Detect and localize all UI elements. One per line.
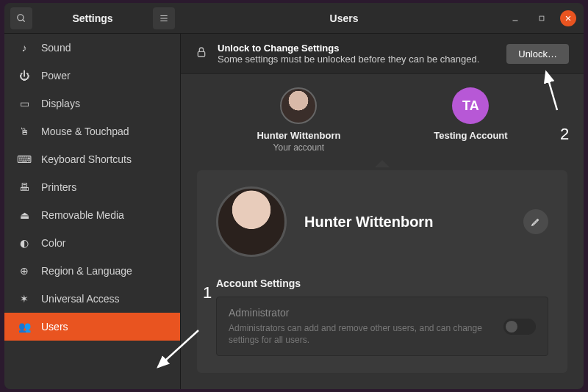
color-icon: ◐ [18,237,31,249]
sidebar-item-removable[interactable]: ⏏ Removable Media [4,201,180,229]
search-button[interactable] [10,7,32,29]
mouse-icon: 🖱 [18,126,31,137]
eject-icon: ⏏ [18,209,31,221]
sidebar-item-label: Color [41,237,65,249]
accounts-row: Hunter Wittenborn Your account TA Testin… [181,74,584,153]
globe-icon: ⊕ [18,265,31,277]
hamburger-menu-button[interactable] [153,7,175,29]
avatar [280,87,317,124]
avatar-initials: TA [452,87,489,124]
account-item-current[interactable]: Hunter Wittenborn Your account [257,87,340,153]
unlock-button[interactable]: Unlock… [506,44,569,64]
close-button[interactable] [560,10,576,26]
sidebar-item-color[interactable]: ◐ Color [4,229,180,257]
minimize-button[interactable] [507,10,523,26]
app-title: Settings [32,12,153,24]
titlebar: Settings Users [4,3,584,34]
sidebar-item-displays[interactable]: ▭ Displays [4,90,180,117]
settings-window: Settings Users ♪ Sound ⏻ [4,3,584,389]
sidebar-item-label: Mouse & Touchpad [41,126,129,137]
unlock-title: Unlock to Change Settings [218,43,496,54]
admin-description: Administrators can add and remove other … [229,322,493,347]
svg-rect-9 [198,51,204,57]
unlock-bar: Unlock to Change Settings Some settings … [181,34,584,74]
users-icon: 👥 [18,321,31,333]
selection-notch [181,157,584,170]
section-title: Account Settings [216,277,548,289]
profile-avatar[interactable] [216,186,287,257]
sidebar-item-label: Removable Media [41,209,124,221]
administrator-toggle[interactable] [503,319,536,335]
sidebar-item-label: Sound [41,42,71,54]
account-item-other[interactable]: TA Testing Account [434,87,507,153]
sidebar-item-label: Keyboard Shortcuts [41,153,132,165]
sidebar-item-power[interactable]: ⏻ Power [4,62,180,90]
svg-rect-6 [539,16,544,21]
display-icon: ▭ [18,98,31,109]
lock-icon [196,46,207,61]
accessibility-icon: ✶ [18,293,31,305]
printer-icon: 🖶 [18,181,31,193]
profile-name: Hunter Wittenborn [304,214,506,231]
sidebar-item-sound[interactable]: ♪ Sound [4,34,180,62]
keyboard-icon: ⌨ [18,153,31,165]
sidebar-item-label: Universal Access [41,293,120,305]
main-panel: Unlock to Change Settings Some settings … [181,34,584,389]
account-sub: Your account [273,142,325,153]
edit-name-button[interactable] [523,209,548,234]
account-name: Hunter Wittenborn [257,130,340,141]
sidebar-item-label: Displays [41,98,80,109]
sidebar-item-mouse[interactable]: 🖱 Mouse & Touchpad [4,117,180,145]
sidebar-item-keyboard[interactable]: ⌨ Keyboard Shortcuts [4,145,180,173]
sidebar-item-region[interactable]: ⊕ Region & Language [4,257,180,285]
unlock-subtitle: Some settings must be unlocked before th… [218,54,496,65]
sidebar-item-label: Power [41,70,71,81]
music-note-icon: ♪ [18,42,31,54]
administrator-row: Administrator Administrators can add and… [216,297,548,356]
sidebar-item-label: Users [41,321,68,333]
svg-point-0 [18,14,24,20]
account-name: Testing Account [434,130,507,141]
maximize-button[interactable] [534,10,550,26]
sidebar-item-label: Region & Language [41,265,132,277]
content-area: ♪ Sound ⏻ Power ▭ Displays 🖱 Mouse & Tou… [4,34,584,389]
sidebar-item-label: Printers [41,181,76,193]
sidebar-item-universal[interactable]: ✶ Universal Access [4,285,180,313]
admin-title: Administrator [229,306,493,321]
svg-marker-10 [375,160,390,167]
sidebar: ♪ Sound ⏻ Power ▭ Displays 🖱 Mouse & Tou… [4,34,181,389]
page-title: Users [181,12,507,24]
svg-line-1 [23,19,25,21]
power-icon: ⏻ [18,70,31,81]
detail-panel: Hunter Wittenborn Account Settings Admin… [197,170,567,373]
sidebar-item-printers[interactable]: 🖶 Printers [4,173,180,201]
sidebar-item-users[interactable]: 👥 Users [4,313,180,341]
